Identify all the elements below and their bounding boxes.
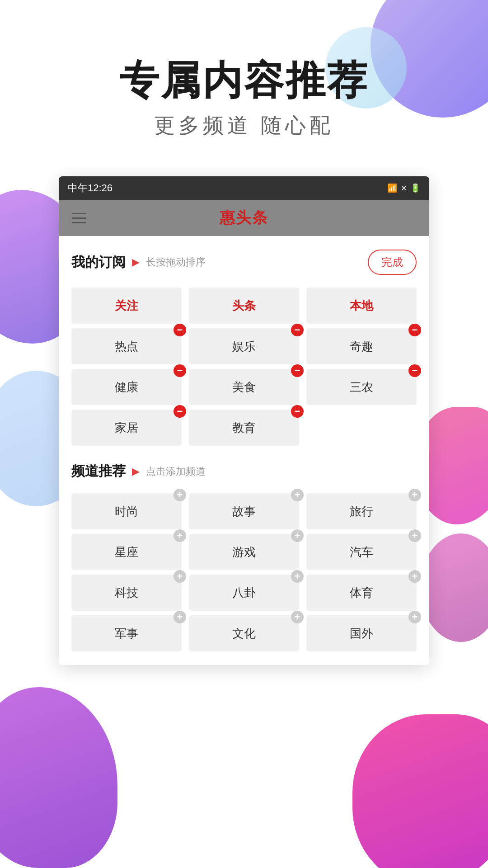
section-title-group: 我的订阅 ▶ 长按拖动排序 bbox=[71, 253, 206, 272]
channel-item-jiaju[interactable]: 家居 − bbox=[71, 410, 182, 446]
subscription-row-1: 关注 头条 本地 bbox=[71, 288, 417, 324]
add-badge-xingzuo[interactable]: + bbox=[174, 529, 186, 542]
menu-line-2 bbox=[72, 217, 86, 219]
wifi-icon: 📶 bbox=[387, 183, 397, 193]
add-badge-junshi[interactable]: + bbox=[174, 611, 186, 623]
channel-item-qiqu[interactable]: 奇趣 − bbox=[306, 328, 417, 364]
main-title: 专属内容推荐 bbox=[0, 59, 488, 103]
channel-item-guowai[interactable]: 国外 + bbox=[306, 615, 417, 651]
add-badge-tiyu[interactable]: + bbox=[408, 570, 421, 583]
recommend-row-2: 星座 + 游戏 + 汽车 + bbox=[71, 534, 417, 570]
recommend-hint: 点击添加频道 bbox=[146, 465, 206, 478]
section-arrow-icon: ▶ bbox=[132, 256, 140, 268]
channel-item-junshi[interactable]: 军事 + bbox=[71, 615, 182, 651]
channel-item-guanzhu[interactable]: 关注 bbox=[71, 288, 182, 324]
signal-icon: ✕ bbox=[401, 184, 407, 193]
subscription-row-4: 家居 − 教育 − bbox=[71, 410, 417, 446]
channel-item-youxi[interactable]: 游戏 + bbox=[189, 534, 299, 570]
recommend-title: 频道推荐 bbox=[71, 462, 126, 481]
content-area: 我的订阅 ▶ 长按拖动排序 完成 关注 头条 本地 热点 − bbox=[59, 236, 429, 665]
channel-item-toutiao[interactable]: 头条 bbox=[189, 288, 299, 324]
recommend-row-4: 军事 + 文化 + 国外 + bbox=[71, 615, 417, 651]
channel-item-yule[interactable]: 娱乐 − bbox=[189, 328, 299, 364]
bg-blob-bottom-right bbox=[352, 714, 488, 868]
channel-item-shishang[interactable]: 时尚 + bbox=[71, 493, 182, 529]
menu-icon[interactable] bbox=[68, 207, 90, 229]
remove-badge-qiqu[interactable]: − bbox=[408, 324, 421, 336]
battery-icon: 🔋 bbox=[410, 183, 420, 193]
subscription-row-3: 健康 − 美食 − 三农 − bbox=[71, 369, 417, 405]
my-subscriptions-title: 我的订阅 bbox=[71, 253, 126, 272]
channel-item-wenhua[interactable]: 文化 + bbox=[189, 615, 299, 651]
channel-item-jiankang[interactable]: 健康 − bbox=[71, 369, 182, 405]
channel-item-redian[interactable]: 热点 − bbox=[71, 328, 182, 364]
status-time: 中午12:26 bbox=[68, 181, 113, 195]
channel-item-lüxing[interactable]: 旅行 + bbox=[306, 493, 417, 529]
channel-item-tiyu[interactable]: 体育 + bbox=[306, 575, 417, 611]
remove-badge-jiaoyu[interactable]: − bbox=[291, 405, 304, 418]
channel-item-bagua[interactable]: 八卦 + bbox=[189, 575, 299, 611]
sub-title: 更多频道 随心配 bbox=[0, 112, 488, 140]
subscription-row-2: 热点 − 娱乐 − 奇趣 − bbox=[71, 328, 417, 364]
recommend-row-1: 时尚 + 故事 + 旅行 + bbox=[71, 493, 417, 529]
my-subscriptions-header: 我的订阅 ▶ 长按拖动排序 完成 bbox=[71, 250, 417, 275]
recommend-arrow-icon: ▶ bbox=[132, 466, 140, 477]
remove-badge-meishi[interactable]: − bbox=[291, 364, 304, 377]
header-section: 专属内容推荐 更多频道 随心配 bbox=[0, 59, 488, 140]
add-badge-qiche[interactable]: + bbox=[408, 529, 421, 542]
status-icons: 📶 ✕ 🔋 bbox=[387, 183, 420, 193]
add-badge-wenhua[interactable]: + bbox=[291, 611, 304, 623]
app-logo: 惠头条 bbox=[220, 208, 268, 228]
channel-item-jiaoyu[interactable]: 教育 − bbox=[189, 410, 299, 446]
done-button[interactable]: 完成 bbox=[368, 250, 417, 275]
menu-line-3 bbox=[72, 222, 86, 223]
add-badge-guowai[interactable]: + bbox=[408, 611, 421, 623]
subscription-hint: 长按拖动排序 bbox=[146, 255, 206, 269]
recommend-section: 频道推荐 ▶ 点击添加频道 时尚 + 故事 + 旅行 + bbox=[71, 462, 417, 651]
channel-item-bendi[interactable]: 本地 bbox=[306, 288, 417, 324]
app-header: 惠头条 bbox=[59, 200, 429, 236]
menu-line-1 bbox=[72, 213, 86, 214]
channel-item-qiche[interactable]: 汽车 + bbox=[306, 534, 417, 570]
status-bar: 中午12:26 📶 ✕ 🔋 bbox=[59, 176, 429, 200]
remove-badge-yule[interactable]: − bbox=[291, 324, 304, 336]
channel-item-keji[interactable]: 科技 + bbox=[71, 575, 182, 611]
channel-item-sannong[interactable]: 三农 − bbox=[306, 369, 417, 405]
add-badge-gushi[interactable]: + bbox=[291, 489, 304, 501]
add-badge-lüxing[interactable]: + bbox=[408, 489, 421, 501]
recommend-header: 频道推荐 ▶ 点击添加频道 bbox=[71, 462, 417, 481]
add-badge-bagua[interactable]: + bbox=[291, 570, 304, 583]
add-badge-youxi[interactable]: + bbox=[291, 529, 304, 542]
remove-badge-redian[interactable]: − bbox=[174, 324, 186, 336]
channel-item-xingzuo[interactable]: 星座 + bbox=[71, 534, 182, 570]
remove-badge-sannong[interactable]: − bbox=[408, 364, 421, 377]
channel-item-gushi[interactable]: 故事 + bbox=[189, 493, 299, 529]
add-badge-shishang[interactable]: + bbox=[174, 489, 186, 501]
bg-blob-right-lower bbox=[420, 533, 488, 642]
recommend-row-3: 科技 + 八卦 + 体育 + bbox=[71, 575, 417, 611]
remove-badge-jiaju[interactable]: − bbox=[174, 405, 186, 418]
bg-blob-bottom-left bbox=[0, 687, 117, 868]
channel-item-meishi[interactable]: 美食 − bbox=[189, 369, 299, 405]
add-badge-keji[interactable]: + bbox=[174, 570, 186, 583]
remove-badge-jiankang[interactable]: − bbox=[174, 364, 186, 377]
phone-mockup: 中午12:26 📶 ✕ 🔋 惠头条 我的订阅 ▶ 长按拖动排序 完成 bbox=[59, 176, 429, 665]
